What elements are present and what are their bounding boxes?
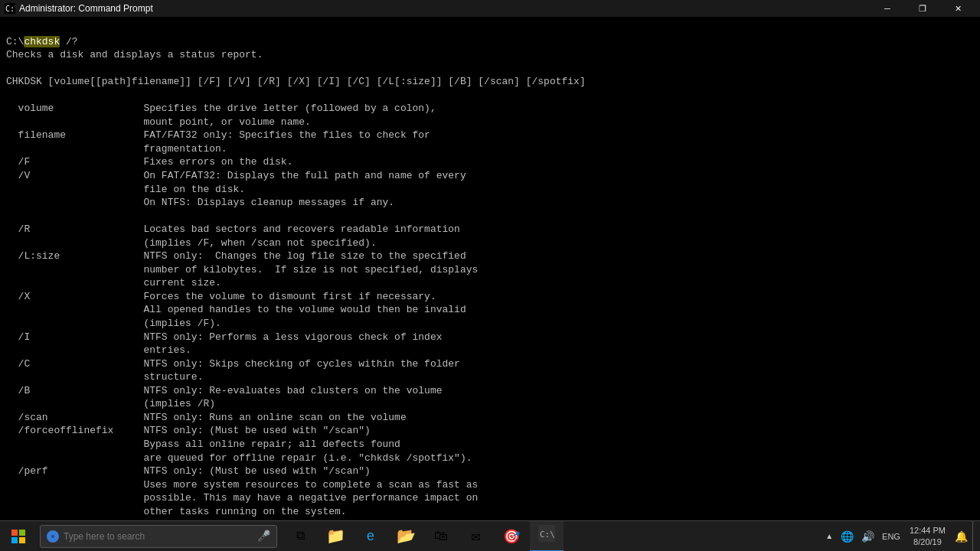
windows-logo-icon [11, 530, 25, 543]
date-display: 8/20/19 [913, 536, 942, 547]
window-title: Administrator: Command Prompt [19, 3, 153, 14]
title-bar: C:\ Administrator: Command Prompt ─ ❐ ✕ [0, 0, 980, 17]
svg-rect-5 [19, 537, 25, 543]
taskbar-app6[interactable]: 🎯 [495, 521, 528, 552]
taskbar-edge[interactable]: e [354, 521, 387, 552]
system-tray: ▲ 🌐 🔊 ENG 12:44 PM 8/20/19 🔔 [822, 521, 980, 552]
cmd-icon: C:\ [5, 3, 15, 14]
minimize-button[interactable]: ─ [870, 0, 905, 17]
microphone-icon: 🎤 [257, 530, 270, 543]
svg-text:C:\: C:\ [5, 5, 15, 13]
app6-icon: 🎯 [503, 528, 520, 545]
notification-center-button[interactable]: 🔔 [952, 521, 971, 552]
speaker-icon: 🔊 [861, 530, 874, 543]
time-display: 12:44 PM [910, 525, 946, 536]
task-view-button[interactable]: ⧉ [283, 521, 317, 552]
svg-rect-3 [19, 530, 25, 536]
edge-icon: e [367, 529, 375, 544]
svg-text:C:\: C:\ [540, 530, 555, 540]
folder-icon: 📂 [397, 527, 416, 546]
clock[interactable]: 12:44 PM 8/20/19 [905, 525, 950, 547]
taskbar: 🎤 ⧉ 📁 e 📂 🛍 ✉ 🎯 [0, 520, 980, 551]
start-button[interactable] [0, 521, 37, 552]
taskbar-folder[interactable]: 📂 [389, 521, 423, 552]
taskbar-search-bar[interactable]: 🎤 [40, 525, 277, 548]
taskbar-cmd[interactable]: C:\ [530, 521, 564, 552]
terminal-area: C:\chkdsk /? Checks a disk and displays … [0, 17, 980, 520]
search-input[interactable] [64, 531, 232, 542]
title-bar-controls: ─ ❐ ✕ [870, 0, 975, 17]
svg-rect-4 [11, 537, 18, 543]
store-icon: 🛍 [434, 528, 448, 544]
mail-icon: ✉ [472, 527, 481, 546]
chevron-up-icon: ▲ [825, 532, 833, 540]
taskbar-mail[interactable]: ✉ [459, 521, 493, 552]
title-bar-left: C:\ Administrator: Command Prompt [5, 3, 153, 14]
cmd-taskbar-icon: C:\ [538, 525, 555, 546]
tray-overflow-button[interactable]: ▲ [822, 521, 836, 552]
taskbar-store[interactable]: 🛍 [424, 521, 458, 552]
maximize-button[interactable]: ❐ [905, 0, 940, 17]
wifi-icon: 🌐 [841, 530, 854, 543]
cortana-icon [49, 533, 57, 540]
search-circle-icon [47, 530, 59, 543]
volume-icon[interactable]: 🔊 [858, 521, 877, 552]
taskbar-file-explorer[interactable]: 📁 [318, 521, 352, 552]
show-desktop-button[interactable] [972, 521, 977, 552]
task-view-icon: ⧉ [296, 529, 305, 543]
network-icon[interactable]: 🌐 [838, 521, 857, 552]
svg-rect-2 [11, 530, 18, 536]
command-prompt: C:\chkdsk /? Checks a disk and displays … [6, 36, 586, 520]
language-indicator[interactable]: ENG [879, 521, 903, 552]
taskbar-apps: ⧉ 📁 e 📂 🛍 ✉ 🎯 C:\ [280, 521, 822, 552]
svg-point-7 [51, 535, 54, 538]
file-explorer-icon: 📁 [326, 527, 345, 546]
close-button[interactable]: ✕ [940, 0, 975, 17]
notification-icon: 🔔 [955, 530, 968, 543]
